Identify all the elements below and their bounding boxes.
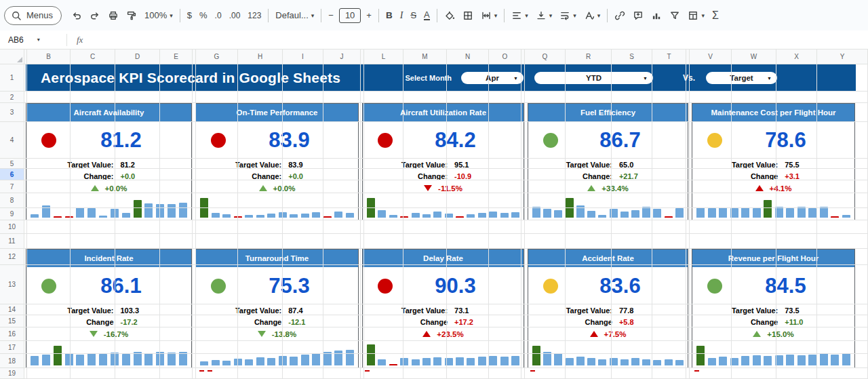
trend-percent: -11.5% — [438, 184, 462, 193]
partial-chart-mark — [208, 370, 212, 372]
redo-button[interactable] — [86, 7, 104, 24]
column-header[interactable]: Q — [525, 49, 566, 64]
spark-bar — [620, 359, 629, 365]
borders-button[interactable] — [459, 7, 477, 24]
row-header[interactable]: 18 — [0, 354, 24, 368]
row-header[interactable]: 13 — [0, 265, 24, 304]
gridline — [816, 64, 817, 379]
font-select[interactable]: Defaul...▾ — [272, 7, 317, 24]
row-header[interactable]: 16 — [0, 327, 24, 341]
trend-percent: -13.8% — [272, 330, 296, 338]
strikethrough-button[interactable]: S — [407, 7, 420, 24]
kpi-card: Delay Rate90.3Target Value:73.1Change+17… — [362, 249, 524, 368]
column-header[interactable]: C — [71, 49, 115, 64]
row-header[interactable]: 11 — [0, 234, 24, 249]
fill-color-button[interactable] — [441, 7, 458, 24]
spark-bar — [167, 204, 176, 218]
decrease-decimal-button[interactable]: .0 — [212, 7, 225, 24]
text-wrap-button[interactable]: ▾ — [556, 7, 580, 24]
column-header[interactable]: O — [489, 49, 521, 64]
column-header[interactable]: B — [27, 49, 71, 64]
row-header[interactable]: 3 — [0, 103, 24, 122]
spark-bar — [598, 359, 606, 365]
status-circle — [41, 279, 56, 294]
column-header[interactable]: J — [323, 49, 361, 64]
bold-button[interactable]: B — [382, 7, 396, 24]
insert-chart-button[interactable] — [648, 7, 665, 24]
column-header[interactable]: T — [652, 49, 686, 64]
column-header[interactable]: Y — [817, 49, 868, 64]
column-header[interactable]: X — [776, 49, 817, 64]
zoom-select[interactable]: 100%▾ — [141, 7, 176, 24]
change-row: Change+5.8 — [528, 316, 688, 327]
compare-dropdown[interactable]: Target ▼ — [706, 72, 777, 84]
row-header[interactable]: 15 — [0, 315, 24, 327]
decrease-font-size-button[interactable]: − — [325, 7, 337, 24]
increase-decimal-button[interactable]: .00 — [226, 7, 244, 24]
row-header[interactable]: 12 — [0, 249, 24, 265]
row-header[interactable]: 9 — [0, 208, 24, 220]
font-size-input[interactable]: 10 — [339, 8, 361, 23]
row-header[interactable]: 2 — [0, 92, 24, 103]
menus-button[interactable]: Menus — [4, 6, 62, 25]
column-header[interactable]: M — [403, 49, 447, 64]
column-header[interactable]: R — [566, 49, 612, 64]
increase-font-size-button[interactable]: + — [363, 7, 375, 24]
insert-comment-button[interactable] — [629, 7, 647, 24]
row-header[interactable]: 7 — [0, 180, 24, 193]
select-all-corner[interactable] — [0, 49, 24, 64]
zoom-select-label: 100% — [144, 10, 167, 20]
row-header[interactable]: 5 — [0, 159, 24, 169]
column-header[interactable]: G — [196, 49, 238, 64]
text-rotation-button[interactable]: ▾ — [580, 7, 604, 24]
row-header[interactable]: 19 — [0, 368, 24, 379]
row-header[interactable]: 6 — [0, 169, 24, 180]
paint-format-button[interactable] — [123, 7, 140, 24]
currency-format-button[interactable]: $ — [184, 7, 195, 24]
row-header[interactable]: 8 — [0, 193, 24, 208]
spark-bar — [665, 216, 673, 218]
column-header[interactable]: V — [690, 49, 732, 64]
merge-cells-button[interactable]: ▾ — [477, 7, 501, 24]
horizontal-align-button[interactable]: ▾ — [508, 7, 532, 24]
column-header[interactable]: H — [238, 49, 283, 64]
vertical-align-button[interactable]: ▾ — [532, 7, 556, 24]
italic-button[interactable]: I — [397, 7, 407, 24]
spark-bar — [412, 359, 420, 365]
more-formats-button[interactable]: 123 — [244, 7, 264, 24]
row-header[interactable]: 14 — [0, 304, 24, 315]
column-header[interactable]: I — [283, 49, 323, 64]
period-dropdown[interactable]: YTD ▼ — [534, 72, 653, 84]
column-header[interactable]: W — [732, 49, 776, 64]
spark-bar — [708, 358, 716, 365]
row-header[interactable]: 1 — [0, 64, 24, 92]
trend-up-icon — [590, 331, 598, 337]
month-dropdown[interactable]: Apr ▼ — [461, 72, 524, 84]
undo-button[interactable] — [68, 7, 85, 24]
kpi-value: 81.2 — [56, 128, 191, 153]
column-header[interactable]: N — [447, 49, 489, 64]
gridline — [24, 220, 868, 220]
gridline — [488, 64, 489, 379]
column-header[interactable]: E — [160, 49, 193, 64]
column-header[interactable]: S — [612, 49, 652, 64]
percent-format-button[interactable]: % — [196, 7, 211, 24]
name-box[interactable]: AB6 ▾ — [0, 35, 66, 45]
row-header[interactable]: 4 — [0, 122, 24, 159]
functions-button[interactable]: Σ — [709, 7, 722, 24]
column-header[interactable]: D — [115, 49, 160, 64]
spark-bar — [99, 354, 107, 365]
row-header[interactable]: 17 — [0, 341, 24, 354]
sheet-canvas[interactable]: Aerospace KPI Scorecard in Google Sheets… — [24, 64, 868, 379]
toolbar-separator — [504, 9, 505, 22]
column-header[interactable]: L — [364, 49, 403, 64]
insert-link-button[interactable] — [611, 7, 629, 24]
create-filter-button[interactable] — [666, 7, 684, 24]
caret-down-icon: ▼ — [767, 76, 772, 81]
text-color-button[interactable]: A — [420, 7, 433, 24]
spark-bar — [301, 214, 309, 218]
table-views-button[interactable]: ▾ — [684, 7, 708, 24]
print-button[interactable] — [104, 7, 122, 24]
row-header[interactable]: 10 — [0, 220, 24, 234]
kpi-card-title: Aircraft Utilization Rate — [363, 104, 524, 121]
